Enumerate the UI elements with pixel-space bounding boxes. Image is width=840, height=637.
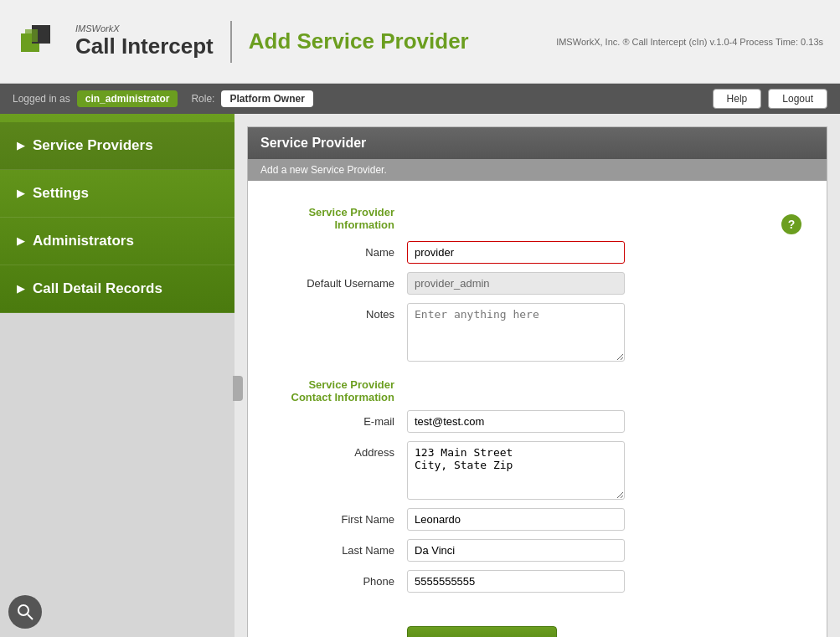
address-row: Address 123 Main Street City, State Zip	[273, 441, 801, 500]
logo-area: IMSWorkX Call Intercept	[17, 17, 230, 67]
logged-in-label: Logged in as	[13, 93, 70, 105]
header-info: IMSWorkX, Inc. ® Call Intercept (cIn) v.…	[556, 37, 823, 47]
sidebar-arrow-settings: ▶	[17, 188, 24, 199]
address-textarea[interactable]: 123 Main Street City, State Zip	[407, 441, 625, 500]
name-row: Name	[273, 241, 801, 264]
sidebar-item-settings[interactable]: ▶ Settings	[0, 170, 234, 218]
sidebar-label-administrators: Administrators	[33, 233, 134, 249]
firstname-label: First Name	[273, 508, 407, 526]
form-panel-subtitle: Add a new Service Provider.	[248, 159, 827, 181]
svg-line-4	[28, 614, 33, 619]
save-service-provider-button[interactable]: Save Service Provider	[407, 626, 557, 637]
app-header: IMSWorkX Call Intercept Add Service Prov…	[0, 0, 840, 84]
role-badge: Platform Owner	[221, 90, 312, 107]
topnav-right: Help Logout	[713, 89, 827, 109]
firstname-row: First Name	[273, 508, 801, 531]
email-label: E-mail	[273, 410, 407, 428]
phone-row: Phone	[273, 570, 801, 593]
svg-point-3	[18, 605, 28, 615]
logout-button[interactable]: Logout	[768, 89, 827, 109]
sidebar-wrapper: ▶ Service Providers ▶ Settings ▶ Adminis…	[0, 114, 234, 637]
form-body: Service Provider Information ? Name Defa…	[248, 181, 827, 637]
help-button[interactable]: Help	[713, 89, 762, 109]
sidebar-item-service-providers[interactable]: ▶ Service Providers	[0, 122, 234, 170]
sidebar-label-cdr: Call Detail Records	[33, 280, 162, 297]
name-input[interactable]	[407, 241, 625, 264]
phone-input[interactable]	[407, 570, 625, 593]
lastname-input[interactable]	[407, 539, 625, 562]
form-panel: Service Provider Add a new Service Provi…	[247, 126, 827, 637]
email-row: E-mail	[273, 410, 801, 433]
notes-textarea[interactable]	[407, 303, 625, 362]
sidebar: ▶ Service Providers ▶ Settings ▶ Adminis…	[0, 114, 234, 313]
sidebar-arrow-cdr: ▶	[17, 283, 24, 295]
lastname-row: Last Name	[273, 539, 801, 562]
sidebar-item-call-detail-records[interactable]: ▶ Call Detail Records	[0, 265, 234, 313]
section1-title: Service Provider Information	[273, 206, 394, 231]
notes-label: Notes	[273, 303, 407, 321]
username-badge: cin_administrator	[77, 90, 178, 107]
search-widget[interactable]	[8, 595, 42, 629]
name-label: Name	[273, 241, 407, 259]
role-label: Role:	[191, 93, 214, 105]
section2-title: Service Provider Contact Information	[273, 378, 394, 403]
content-area: Service Provider Add a new Service Provi…	[234, 114, 840, 637]
lastname-label: Last Name	[273, 539, 407, 557]
sidebar-arrow-administrators: ▶	[17, 235, 24, 247]
address-label: Address	[273, 441, 407, 459]
sidebar-collapse-handle[interactable]	[233, 376, 243, 401]
app-logo	[17, 17, 67, 67]
email-input[interactable]	[407, 410, 625, 433]
firstname-input[interactable]	[407, 508, 625, 531]
search-icon	[17, 604, 33, 620]
sidebar-arrow-service-providers: ▶	[17, 140, 24, 152]
sidebar-label-service-providers: Service Providers	[33, 137, 153, 154]
app-title: Call Intercept	[75, 33, 214, 59]
help-icon[interactable]: ?	[781, 214, 801, 234]
form-panel-header: Service Provider	[248, 127, 827, 159]
page-title: Add Service Provider	[249, 28, 556, 54]
default-username-label: Default Username	[273, 272, 407, 290]
notes-row: Notes	[273, 303, 801, 362]
default-username-input[interactable]	[407, 272, 625, 295]
default-username-row: Default Username	[273, 272, 801, 295]
sidebar-label-settings: Settings	[33, 185, 89, 202]
sidebar-item-administrators[interactable]: ▶ Administrators	[0, 218, 234, 265]
main-layout: ▶ Service Providers ▶ Settings ▶ Adminis…	[0, 114, 840, 637]
svg-rect-2	[25, 29, 38, 42]
header-divider	[230, 21, 232, 63]
phone-label: Phone	[273, 570, 407, 588]
top-nav: Logged in as cin_administrator Role: Pla…	[0, 84, 840, 114]
